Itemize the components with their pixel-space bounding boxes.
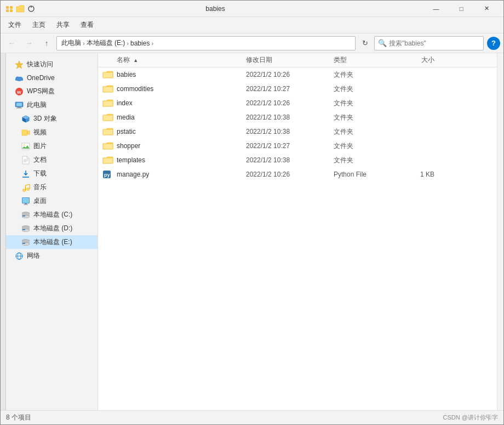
file-date: 2022/1/2 10:38	[246, 156, 334, 164]
files-list: babies 2022/1/2 10:26 文件夹 commodities 20…	[98, 67, 497, 410]
col-header-name[interactable]: 名称 ▲	[98, 55, 246, 65]
svg-text:py: py	[104, 172, 110, 178]
table-row[interactable]: babies 2022/1/2 10:26 文件夹	[98, 67, 497, 82]
table-row[interactable]: shopper 2022/1/2 10:27 文件夹	[98, 139, 497, 153]
sidebar-label: OneDrive	[27, 74, 55, 82]
path-drive: 本地磁盘 (E:)	[87, 38, 125, 48]
search-box[interactable]: 🔍	[374, 36, 484, 50]
sidebar-label: WPS网盘	[27, 87, 55, 96]
file-name: index	[98, 99, 246, 107]
python-icon: py	[102, 170, 113, 179]
file-size: 1 KB	[399, 171, 443, 178]
file-date: 2022/1/2 10:26	[246, 99, 334, 107]
address-path[interactable]: 此电脑 › 本地磁盘 (E:) › babies ›	[56, 36, 356, 50]
up-button[interactable]: ↑	[39, 36, 54, 50]
folder-icon	[102, 127, 113, 136]
left-tab	[1, 53, 6, 410]
table-row[interactable]: media 2022/1/2 10:38 文件夹	[98, 110, 497, 124]
video-icon	[21, 128, 30, 137]
close-button[interactable]: ✕	[474, 1, 499, 17]
sidebar-item-network[interactable]: 网络	[6, 249, 98, 263]
sidebar-label: 3D 对象	[33, 114, 57, 123]
svg-rect-35	[24, 204, 28, 205]
wps-icon: W	[15, 87, 24, 96]
file-type: 文件夹	[334, 70, 399, 80]
col-header-size[interactable]: 大小	[399, 55, 443, 65]
col-header-type[interactable]: 类型	[334, 55, 399, 65]
svg-rect-33	[22, 198, 29, 203]
sidebar-item-disk-e[interactable]: 本地磁盘 (E:)	[6, 235, 98, 249]
music-icon	[21, 183, 30, 192]
address-bar: ← → ↑ 此电脑 › 本地磁盘 (E:) › babies › ↻ 🔍 ?	[1, 33, 503, 53]
file-name: py manage.py	[98, 170, 246, 179]
sidebar-item-3d[interactable]: 3D 对象	[6, 112, 98, 126]
refresh-button[interactable]: ↻	[358, 36, 372, 50]
sidebar-item-wps[interactable]: W WPS网盘	[6, 84, 98, 98]
file-date: 2022/1/2 10:26	[246, 71, 334, 78]
file-type: 文件夹	[334, 127, 399, 137]
image-icon	[21, 142, 30, 151]
window-title: babies	[7, 5, 423, 13]
sidebar: 快速访问 OneDrive W	[6, 53, 98, 410]
maximize-button[interactable]: □	[449, 1, 474, 17]
menu-file[interactable]: 文件	[3, 18, 27, 32]
sidebar-item-quick-access[interactable]: 快速访问	[6, 58, 98, 71]
file-name: templates	[98, 156, 246, 165]
search-input[interactable]	[389, 39, 480, 47]
svg-rect-21	[22, 130, 27, 135]
menu-share[interactable]: 共享	[51, 18, 75, 32]
menu-view[interactable]: 查看	[75, 18, 99, 32]
scrollbar[interactable]	[497, 53, 503, 410]
help-button[interactable]: ?	[487, 37, 500, 50]
file-name: babies	[98, 70, 246, 79]
sidebar-item-disk-c[interactable]: 本地磁盘 (C:)	[6, 208, 98, 222]
sidebar-label: 本地磁盘 (D:)	[33, 224, 72, 233]
sidebar-label: 桌面	[33, 196, 47, 206]
network-icon	[15, 252, 24, 260]
sidebar-label: 快速访问	[27, 60, 53, 69]
menu-bar: 文件 主页 共享 查看	[1, 17, 503, 33]
file-name: pstatic	[98, 127, 246, 136]
svg-text:W: W	[17, 90, 21, 95]
disk-c-icon	[21, 211, 30, 219]
table-row[interactable]: commodities 2022/1/2 10:27 文件夹	[98, 82, 497, 96]
sidebar-label: 网络	[27, 251, 40, 260]
file-name: commodities	[98, 84, 246, 93]
menu-home[interactable]: 主页	[27, 18, 51, 32]
sidebar-item-video[interactable]: 视频	[6, 126, 98, 139]
sidebar-item-desktop[interactable]: 桌面	[6, 194, 98, 208]
star-icon	[15, 60, 24, 69]
folder-icon	[102, 99, 113, 107]
file-date: 2022/1/2 10:26	[246, 171, 334, 178]
sidebar-item-this-pc[interactable]: 此电脑	[6, 98, 98, 112]
sidebar-item-disk-d[interactable]: 本地磁盘 (D:)	[6, 222, 98, 235]
file-date: 2022/1/2 10:27	[246, 142, 334, 150]
svg-marker-22	[27, 131, 30, 135]
table-row[interactable]: py manage.py 2022/1/2 10:26 Python File …	[98, 167, 497, 182]
sidebar-item-music[interactable]: 音乐	[6, 180, 98, 194]
folder-icon	[102, 156, 113, 165]
sidebar-label: 本地磁盘 (C:)	[33, 210, 72, 219]
sort-icon-name: ▲	[133, 58, 138, 63]
table-row[interactable]: templates 2022/1/2 10:38 文件夹	[98, 153, 497, 167]
sidebar-item-pictures[interactable]: 图片	[6, 139, 98, 153]
sidebar-item-downloads[interactable]: 下载	[6, 167, 98, 180]
table-row[interactable]: index 2022/1/2 10:26 文件夹	[98, 96, 497, 110]
title-bar: babies — □ ✕	[1, 1, 503, 17]
svg-rect-39	[22, 216, 25, 217]
svg-rect-34	[25, 203, 27, 205]
back-button[interactable]: ←	[4, 36, 19, 50]
sidebar-label: 文档	[33, 155, 47, 165]
file-type: Python File	[334, 171, 399, 178]
watermark: CSDN @讲计你㸦字	[443, 413, 498, 422]
minimize-button[interactable]: —	[423, 1, 449, 17]
forward-button[interactable]: →	[21, 36, 37, 50]
sidebar-item-onedrive[interactable]: OneDrive	[6, 71, 98, 84]
cloud-icon	[15, 73, 24, 82]
download-icon	[21, 169, 30, 178]
col-header-date[interactable]: 修改日期	[246, 55, 334, 65]
table-row[interactable]: pstatic 2022/1/2 10:38 文件夹	[98, 124, 497, 139]
svg-rect-23	[22, 143, 30, 150]
sidebar-item-documents[interactable]: 文档	[6, 153, 98, 167]
svg-rect-16	[16, 107, 22, 108]
